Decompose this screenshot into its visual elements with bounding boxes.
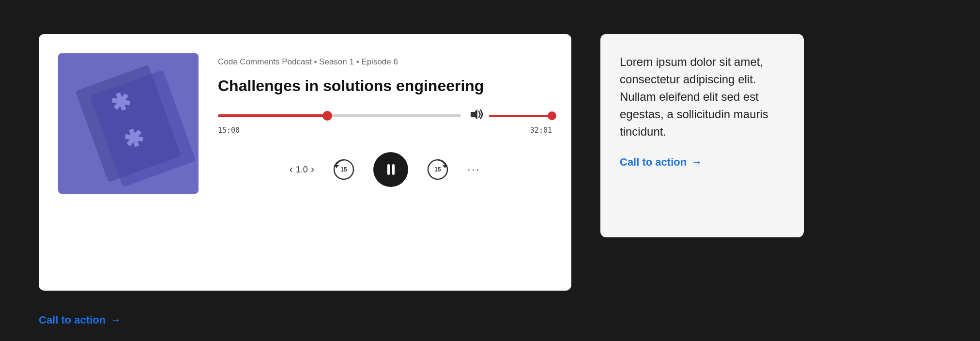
- controls-row: ‹ 1.0 › 15: [218, 152, 552, 187]
- speed-control[interactable]: ‹ 1.0 ›: [289, 163, 314, 176]
- more-options-button[interactable]: ···: [467, 163, 480, 176]
- play-pause-button[interactable]: [373, 152, 408, 187]
- volume-fill: [489, 115, 552, 117]
- svg-text:15: 15: [340, 166, 347, 173]
- progress-section: 15:00 32:01: [218, 108, 552, 135]
- svg-marker-5: [471, 109, 477, 120]
- player-info: Code Comments Podcast • Season 1 • Episo…: [218, 53, 552, 271]
- pause-bar-left: [387, 164, 390, 175]
- right-panel: Lorem ipsum dolor sit amet, consectetur …: [600, 34, 804, 237]
- progress-thumb: [322, 111, 332, 121]
- episode-title: Challenges in solutions engineering: [218, 77, 552, 95]
- volume-icon: [471, 108, 484, 123]
- lorem-text: Lorem ipsum dolor sit amet, consectetur …: [620, 53, 784, 140]
- cta-link-right[interactable]: Call to action →: [620, 156, 784, 169]
- progress-track: [218, 114, 461, 117]
- forward-button[interactable]: 15: [426, 157, 450, 182]
- progress-fill: [218, 114, 327, 117]
- cta-right-label: Call to action: [620, 156, 687, 169]
- chevron-right-icon: ›: [311, 163, 314, 176]
- time-row: 15:00 32:01: [218, 126, 552, 135]
- cta-link-bottom[interactable]: Call to action →: [39, 314, 121, 326]
- volume-section: [471, 108, 552, 123]
- volume-track: [489, 115, 552, 117]
- main-content: ✱ ✱ Code Comments Podcast • Season 1 • E…: [0, 0, 980, 341]
- cta-bottom-arrow: →: [110, 314, 121, 326]
- cta-right-arrow: →: [691, 156, 702, 169]
- volume-bar[interactable]: [489, 111, 552, 121]
- cta-below-player: Call to action →: [39, 314, 121, 326]
- pause-bar-right: [392, 164, 395, 175]
- podcast-meta: Code Comments Podcast • Season 1 • Episo…: [218, 57, 552, 67]
- speed-value: 1.0: [296, 165, 308, 175]
- svg-text:15: 15: [434, 166, 441, 173]
- album-art: ✱ ✱: [58, 53, 199, 194]
- total-time: 32:01: [530, 126, 552, 135]
- chevron-left-icon: ‹: [289, 163, 292, 176]
- rewind-button[interactable]: 15: [332, 157, 356, 182]
- player-card: ✱ ✱ Code Comments Podcast • Season 1 • E…: [39, 34, 571, 291]
- progress-row: [218, 108, 552, 123]
- current-time: 15:00: [218, 126, 240, 135]
- volume-thumb: [548, 111, 556, 120]
- progress-bar[interactable]: [218, 111, 461, 121]
- pause-icon: [387, 164, 395, 175]
- cta-bottom-label: Call to action: [39, 314, 106, 326]
